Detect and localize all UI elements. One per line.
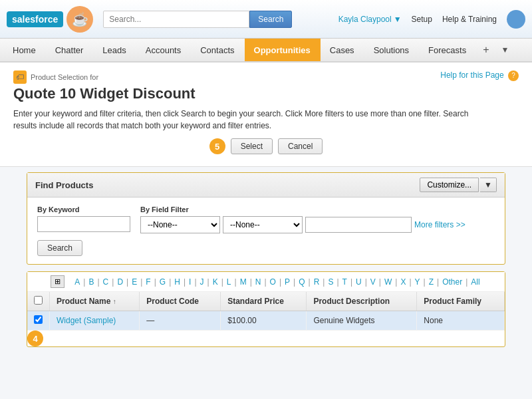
- alpha-K[interactable]: K: [211, 277, 219, 287]
- alpha-R[interactable]: R: [313, 277, 321, 287]
- customize-button[interactable]: Customize...: [420, 178, 479, 192]
- row-product-description: Genuine Widgets: [307, 311, 417, 331]
- salesforce-logo: salesforce: [7, 11, 63, 27]
- add-tab-button[interactable]: +: [476, 39, 495, 61]
- row-product-family: None: [417, 311, 505, 331]
- table-row: Widget (Sample) — $100.00 Genuine Widget…: [27, 311, 505, 331]
- nav-item-contacts[interactable]: Contacts: [191, 39, 244, 61]
- alpha-W[interactable]: W: [383, 277, 393, 287]
- th-standard-price[interactable]: Standard Price: [221, 292, 307, 311]
- avatar: [507, 10, 525, 29]
- alpha-V[interactable]: V: [369, 277, 377, 287]
- keyword-filter-group: By Keyword: [37, 205, 130, 232]
- field-filter-value-input[interactable]: [305, 217, 412, 233]
- alphabet-bar: ⊞ A| B| C| D| E| F| G| H| I| J| K| L| M|…: [27, 272, 505, 292]
- alpha-E[interactable]: E: [130, 277, 138, 287]
- help-link[interactable]: Help for this Page ?: [440, 70, 519, 81]
- user-info[interactable]: Kayla Claypool ▼: [338, 15, 402, 24]
- results-wrapper: Product Name ↑ Product Code Standard Pri…: [27, 292, 505, 346]
- alpha-F[interactable]: F: [144, 277, 152, 287]
- nav-item-forecasts[interactable]: Forecasts: [419, 39, 476, 61]
- page-header: Help for this Page ? 🏷 Product Selection…: [0, 63, 532, 167]
- more-tabs-button[interactable]: ▼: [496, 39, 515, 61]
- row-standard-price: $100.00: [221, 311, 307, 331]
- cancel-button[interactable]: Cancel: [278, 138, 323, 154]
- alpha-J[interactable]: J: [199, 277, 205, 287]
- nav-item-leads[interactable]: Leads: [93, 39, 136, 61]
- step4-area: 4: [27, 331, 505, 346]
- th-product-family[interactable]: Product Family: [417, 292, 505, 311]
- search-btn-row: Search: [37, 240, 495, 256]
- alpha-H[interactable]: H: [173, 277, 182, 287]
- th-product-code[interactable]: Product Code: [140, 292, 221, 311]
- th-product-description[interactable]: Product Description: [307, 292, 417, 311]
- app-logo-icon: ☕: [66, 6, 93, 33]
- page-icon: 🏷: [13, 70, 27, 84]
- find-products-panel: Find Products Customize... ▼ By Keyword …: [27, 172, 505, 265]
- results-table: Product Name ↑ Product Code Standard Pri…: [27, 292, 505, 331]
- product-name-link[interactable]: Widget (Sample): [57, 316, 116, 325]
- alpha-Other[interactable]: Other: [441, 277, 464, 287]
- th-product-name[interactable]: Product Name ↑: [50, 292, 140, 311]
- search-button[interactable]: Search: [249, 11, 292, 28]
- find-search-button[interactable]: Search: [37, 240, 82, 256]
- nav-item-opportunities[interactable]: Opportunities: [245, 39, 321, 61]
- customize-btn-group: Customize... ▼: [420, 178, 497, 192]
- nav-item-cases[interactable]: Cases: [321, 39, 364, 61]
- alpha-M[interactable]: M: [239, 277, 248, 287]
- nav-item-accounts[interactable]: Accounts: [136, 39, 191, 61]
- panel-header: Find Products Customize... ▼: [27, 173, 505, 198]
- collapse-button[interactable]: ⊞: [51, 275, 65, 288]
- alpha-Z[interactable]: Z: [428, 277, 435, 287]
- alpha-C[interactable]: C: [102, 277, 110, 287]
- row-checkbox-cell: [27, 311, 50, 331]
- alpha-L[interactable]: L: [225, 277, 233, 287]
- alpha-P[interactable]: P: [283, 277, 291, 287]
- panel-title: Find Products: [35, 180, 93, 190]
- step-section: 5 Select Cancel: [13, 138, 519, 154]
- alpha-B[interactable]: B: [87, 277, 95, 287]
- customize-arrow-button[interactable]: ▼: [480, 178, 497, 192]
- navbar: Home Chatter Leads Accounts Contacts Opp…: [0, 39, 532, 63]
- nav-item-chatter[interactable]: Chatter: [46, 39, 94, 61]
- help-training-link[interactable]: Help & Training: [442, 15, 497, 24]
- keyword-input[interactable]: [37, 216, 130, 232]
- more-filters-link[interactable]: More filters >>: [414, 220, 466, 233]
- nav-item-solutions[interactable]: Solutions: [364, 39, 419, 61]
- alpha-S[interactable]: S: [327, 277, 334, 287]
- field-filter-select2[interactable]: --None-- equals contains starts with: [223, 216, 303, 233]
- field-filter-select1[interactable]: --None-- Product Name Product Code Stand…: [140, 216, 220, 233]
- header-right: Kayla Claypool ▼ Setup Help & Training: [338, 10, 525, 29]
- alpha-T[interactable]: T: [341, 277, 348, 287]
- alpha-X[interactable]: X: [399, 277, 407, 287]
- setup-link[interactable]: Setup: [412, 15, 432, 24]
- search-input[interactable]: [103, 11, 249, 28]
- user-name: Kayla Claypool: [338, 15, 392, 24]
- search-bar: Search: [103, 11, 303, 28]
- alpha-Y[interactable]: Y: [414, 277, 422, 287]
- nav-item-home[interactable]: Home: [3, 39, 46, 61]
- select-all-checkbox[interactable]: [34, 296, 43, 305]
- description-text: Enter your keyword and filter criteria, …: [13, 108, 479, 132]
- row-checkbox[interactable]: [34, 315, 43, 324]
- row-product-code: —: [140, 311, 221, 331]
- help-icon: ?: [508, 70, 519, 81]
- field-filter-label: By Field Filter: [140, 205, 466, 213]
- alpha-I[interactable]: I: [188, 277, 192, 287]
- content-wrapper: Find Products Customize... ▼ By Keyword …: [0, 167, 532, 357]
- alpha-A[interactable]: A: [73, 277, 81, 287]
- main-content: Help for this Page ? 🏷 Product Selection…: [0, 63, 532, 399]
- alpha-O[interactable]: O: [269, 277, 277, 287]
- alpha-N[interactable]: N: [254, 277, 263, 287]
- results-section: ⊞ A| B| C| D| E| F| G| H| I| J| K| L| M|…: [27, 271, 505, 347]
- filter-row: By Keyword By Field Filter --None-- Prod…: [37, 205, 495, 233]
- alpha-G[interactable]: G: [158, 277, 167, 287]
- logo-area: salesforce ☕: [7, 6, 93, 33]
- table-header-row: Product Name ↑ Product Code Standard Pri…: [27, 292, 505, 311]
- alpha-Q[interactable]: Q: [297, 277, 306, 287]
- alpha-All[interactable]: All: [469, 277, 481, 287]
- select-button[interactable]: Select: [231, 138, 273, 154]
- th-checkbox: [27, 292, 50, 311]
- alpha-U[interactable]: U: [354, 277, 363, 287]
- alpha-D[interactable]: D: [116, 277, 124, 287]
